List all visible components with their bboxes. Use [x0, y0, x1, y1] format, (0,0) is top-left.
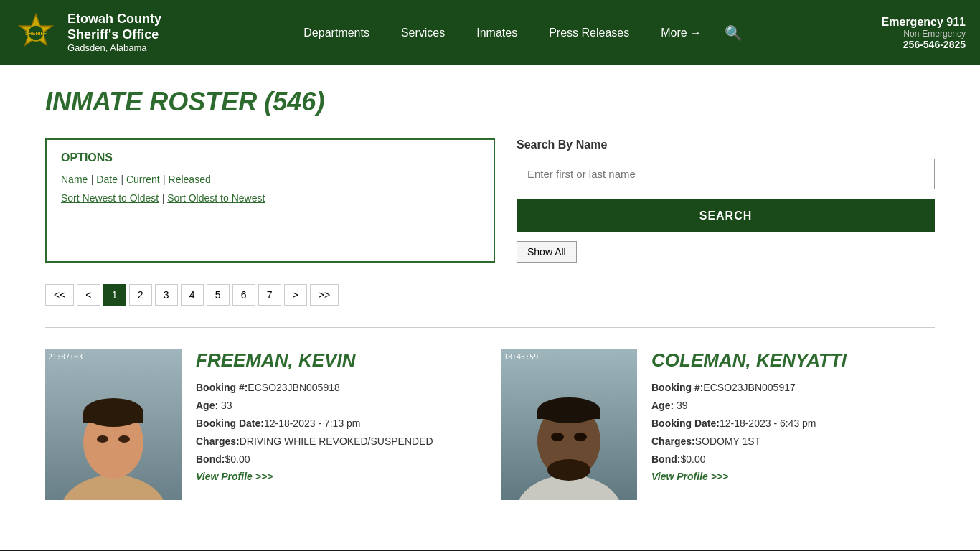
options-links: Name | Date | Current | Released [61, 173, 479, 186]
inmate-bond-coleman: Bond:$0.00 [651, 452, 935, 467]
filter-current-link[interactable]: Current [126, 174, 160, 185]
page-next-button[interactable]: > [284, 284, 307, 306]
inmate-name-freeman: FREEMAN, KEVIN [196, 349, 479, 372]
divider [45, 327, 935, 328]
inmate-age-freeman: Age: 33 [196, 398, 479, 413]
view-profile-coleman-link[interactable]: View Profile >>> [651, 471, 728, 482]
sort-newest-link[interactable]: Sort Newest to Oldest [61, 192, 159, 204]
page-4-button[interactable]: 4 [181, 284, 204, 306]
search-input[interactable] [517, 159, 935, 189]
page-first-button[interactable]: << [45, 284, 74, 306]
inmate-booking-num-freeman: Booking #:ECSO23JBN005918 [196, 380, 479, 395]
page-6-button[interactable]: 6 [232, 284, 255, 306]
options-search-row: OPTIONS Name | Date | Current | Released… [45, 138, 935, 263]
inmate-info-coleman: COLEMAN, KENYATTI Booking #:ECSO23JBN005… [651, 349, 935, 500]
sort-oldest-link[interactable]: Sort Oldest to Newest [167, 192, 265, 204]
page-1-button[interactable]: 1 [103, 284, 126, 306]
search-label: Search By Name [517, 138, 935, 151]
inmate-charges-freeman: Charges:DRIVING WHILE REVOKED/SUSPENDED [196, 434, 479, 449]
page-last-button[interactable]: >> [310, 284, 339, 306]
inmate-booking-date-freeman: Booking Date:12-18-2023 - 7:13 pm [196, 416, 479, 431]
search-icon[interactable]: 🔍 [717, 24, 750, 42]
svg-point-18 [547, 459, 590, 481]
view-profile-freeman-link[interactable]: View Profile >>> [196, 471, 273, 482]
nav-press-releases[interactable]: Press Releases [533, 0, 645, 65]
inmate-card-freeman: 21:07:03 FREEMAN, KEVIN Booking #:ECSO23… [45, 349, 479, 514]
page-2-button[interactable]: 2 [129, 284, 152, 306]
emergency-info: Emergency 911 Non-Emergency 256-546-2825 [865, 16, 966, 50]
search-box: Search By Name SEARCH Show All [517, 138, 935, 263]
inmate-info-freeman: FREEMAN, KEVIN Booking #:ECSO23JBN005918… [196, 349, 479, 500]
inmate-card-coleman: 18:45:59 COLEMAN, KENYATTI Booking #:ECS… [501, 349, 935, 514]
inmate-charges-coleman: Charges:SODOMY 1ST [651, 434, 935, 449]
filter-released-link[interactable]: Released [169, 174, 211, 185]
inmate-booking-num-coleman: Booking #:ECSO23JBN005917 [651, 380, 935, 395]
svg-text:21:07:03: 21:07:03 [48, 353, 83, 361]
nav-inmates[interactable]: Inmates [461, 0, 533, 65]
show-all-button[interactable]: Show All [517, 241, 577, 263]
nav-departments[interactable]: Departments [288, 0, 385, 65]
svg-rect-17 [537, 410, 600, 419]
svg-text:18:45:59: 18:45:59 [504, 353, 538, 361]
page-prev-button[interactable]: < [77, 284, 100, 306]
logo-area: SHERIFF Etowah County Sheriff's Office G… [14, 11, 172, 55]
nav-services[interactable]: Services [385, 0, 461, 65]
inmate-name-coleman: COLEMAN, KENYATTI [651, 349, 935, 372]
nav-more[interactable]: More → [645, 0, 717, 65]
sort-links: Sort Newest to Oldest | Sort Oldest to N… [61, 192, 479, 204]
svg-point-20 [574, 433, 587, 441]
options-box: OPTIONS Name | Date | Current | Released… [45, 138, 495, 263]
inmate-grid: 21:07:03 FREEMAN, KEVIN Booking #:ECSO23… [45, 349, 935, 514]
svg-text:SHERIFF: SHERIFF [25, 31, 47, 36]
inmate-bond-freeman: Bond:$0.00 [196, 452, 479, 467]
pagination: << < 1 2 3 4 5 6 7 > >> [45, 284, 935, 306]
svg-point-10 [118, 435, 130, 443]
page-5-button[interactable]: 5 [207, 284, 230, 306]
svg-rect-8 [83, 413, 143, 423]
main-nav: Departments Services Inmates Press Relea… [172, 0, 865, 65]
page-title: INMATE ROSTER (546) [45, 87, 935, 117]
svg-point-19 [551, 433, 564, 441]
page-3-button[interactable]: 3 [155, 284, 178, 306]
search-button[interactable]: SEARCH [517, 199, 935, 232]
inmate-booking-date-coleman: Booking Date:12-18-2023 - 6:43 pm [651, 416, 935, 431]
sort-by-date-link[interactable]: Date [96, 174, 118, 185]
sort-by-name-link[interactable]: Name [61, 174, 88, 185]
sheriff-badge-icon: SHERIFF [14, 11, 57, 55]
page-7-button[interactable]: 7 [258, 284, 281, 306]
inmate-photo-coleman: 18:45:59 [501, 349, 637, 500]
inmate-age-coleman: Age: 39 [651, 398, 935, 413]
agency-name: Etowah County Sheriff's Office Gadsden, … [67, 11, 161, 54]
inmate-photo-freeman: 21:07:03 [45, 349, 182, 500]
svg-point-9 [97, 435, 108, 443]
options-heading: OPTIONS [61, 151, 479, 164]
